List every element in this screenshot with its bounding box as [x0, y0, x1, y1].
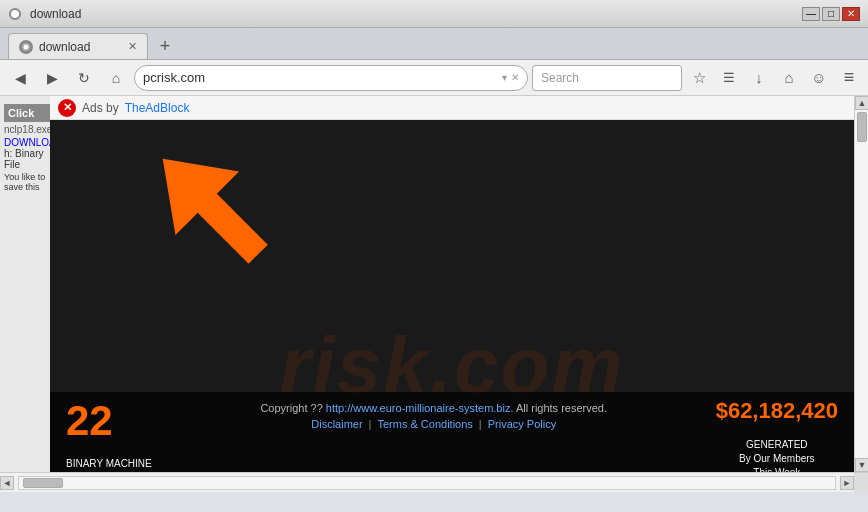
address-bar[interactable]: pcrisk.com ▾ ✕	[134, 65, 528, 91]
tab-favicon	[19, 40, 33, 54]
revenue-label: GENERATED By Our Members This Week	[716, 424, 838, 472]
address-dropdown-icon[interactable]: ▾	[502, 72, 507, 83]
privacy-link[interactable]: Privacy Policy	[488, 418, 556, 430]
scroll-track	[855, 110, 868, 458]
horizontal-scrollbar[interactable]	[18, 476, 836, 490]
address-icons: ▾ ✕	[502, 72, 519, 83]
advertiser-link[interactable]: TheAdBlock	[125, 101, 190, 115]
search-placeholder: Search	[541, 71, 579, 85]
sidebar-content: Click nclp18.exe DOWNLOAD h: Binary File…	[0, 96, 54, 196]
ads-by-label: Ads by	[82, 101, 119, 115]
arrow-graphic	[130, 126, 310, 310]
window-title: download	[30, 7, 81, 21]
star-icon[interactable]: ☆	[686, 65, 712, 91]
maximize-button[interactable]: □	[822, 7, 840, 21]
title-bar: download — □ ✕	[0, 0, 868, 28]
scroll-corner	[854, 473, 868, 493]
click-label: Click	[4, 104, 50, 122]
window-controls: — □ ✕	[802, 7, 860, 21]
home-button[interactable]: ⌂	[102, 64, 130, 92]
home-nav-icon[interactable]: ⌂	[776, 65, 802, 91]
close-icon: ✕	[63, 101, 72, 114]
terms-link[interactable]: Terms & Conditions	[377, 418, 472, 430]
browser-tab[interactable]: download ✕	[8, 33, 148, 59]
scroll-down-button[interactable]: ▼	[855, 458, 868, 472]
revenue-amount: $62,182,420	[716, 400, 838, 422]
revenue-counter: $62,182,420 GENERATED By Our Members Thi…	[700, 392, 854, 472]
h-scroll-thumb[interactable]	[23, 478, 63, 488]
binary-counter: 22 BINARY MACHINE SPOTS LEFT!	[50, 392, 168, 472]
sidebar-item-4: You like to save this	[4, 172, 50, 192]
sidebar-item-2[interactable]: DOWNLOAD	[4, 137, 50, 148]
scroll-up-button[interactable]: ▲	[855, 96, 868, 110]
nav-bar: ◀ ▶ ↻ ⌂ pcrisk.com ▾ ✕ Search ☆ ☰ ↓ ⌂ ☺ …	[0, 60, 868, 96]
browser-action-icons: ☆ ☰ ↓ ⌂ ☺ ≡	[686, 65, 862, 91]
scroll-left-button[interactable]: ◄	[0, 476, 14, 490]
search-bar[interactable]: Search	[532, 65, 682, 91]
separator-1: |	[369, 418, 372, 430]
svg-point-3	[24, 44, 29, 49]
vertical-scrollbar[interactable]: ▲ ▼	[854, 96, 868, 472]
counter-number: 22	[66, 400, 152, 442]
person-icon[interactable]: ☺	[806, 65, 832, 91]
minimize-button[interactable]: —	[802, 7, 820, 21]
back-button[interactable]: ◀	[6, 64, 34, 92]
scroll-right-button[interactable]: ►	[840, 476, 854, 490]
sidebar-item-1: nclp18.exe	[4, 124, 50, 135]
scroll-thumb[interactable]	[857, 112, 867, 142]
svg-point-1	[11, 10, 19, 18]
page-area: Video Update Recommended Click nclp18.ex…	[0, 96, 868, 492]
forward-button[interactable]: ▶	[38, 64, 66, 92]
footer-links: Disclaimer | Terms & Conditions | Privac…	[176, 418, 692, 430]
menu-icon[interactable]: ≡	[836, 65, 862, 91]
euro-millionaire-link[interactable]: http://www.euro-millionaire-system.biz.	[326, 402, 514, 414]
counter-label: BINARY MACHINE SPOTS LEFT!	[66, 444, 152, 472]
footer-center: Copyright ?? http://www.euro-millionaire…	[168, 392, 700, 434]
ad-overlay: ✕ Ads by TheAdBlock risk.com	[50, 96, 854, 472]
left-sidebar: Click nclp18.exe DOWNLOAD h: Binary File…	[0, 96, 55, 472]
tab-label: download	[39, 40, 122, 54]
ad-header: ✕ Ads by TheAdBlock	[50, 96, 854, 120]
sidebar-item-3: h: Binary File	[4, 148, 50, 170]
address-clear-icon[interactable]: ✕	[511, 72, 519, 83]
tab-close-button[interactable]: ✕	[128, 40, 137, 53]
bottom-bar: ◄ ►	[0, 472, 868, 492]
page-content-background: Video Update Recommended Click nclp18.ex…	[0, 96, 854, 472]
new-tab-button[interactable]: +	[152, 33, 178, 59]
download-icon[interactable]: ↓	[746, 65, 772, 91]
copyright-text: Copyright ?? http://www.euro-millionaire…	[176, 402, 692, 414]
close-button[interactable]: ✕	[842, 7, 860, 21]
ad-footer: 22 BINARY MACHINE SPOTS LEFT! Copyright …	[50, 392, 854, 472]
bookmark-icon[interactable]: ☰	[716, 65, 742, 91]
disclaimer-link[interactable]: Disclaimer	[311, 418, 362, 430]
ad-close-button[interactable]: ✕	[58, 99, 76, 117]
separator-2: |	[479, 418, 482, 430]
refresh-button[interactable]: ↻	[70, 64, 98, 92]
tab-bar: download ✕ +	[0, 28, 868, 60]
address-text: pcrisk.com	[143, 70, 498, 85]
